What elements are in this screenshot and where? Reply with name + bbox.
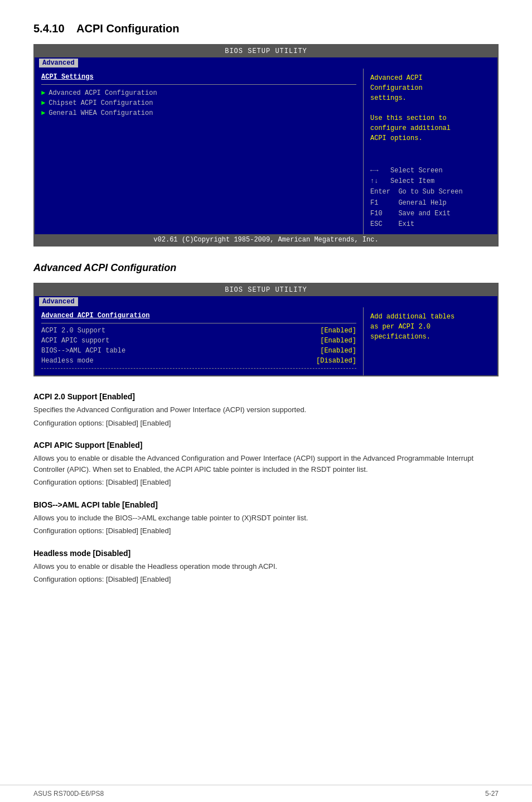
bios-left-panel-1: ACPI Settings ► Advanced ACPI Configurat… — [35, 69, 364, 234]
text-aml-p2: Configuration options: [Disabled] [Enabl… — [33, 525, 499, 537]
arrow-icon-1: ► — [41, 89, 45, 97]
content-acpi20: ACPI 2.0 Support [Enabled] Specifies the… — [33, 392, 499, 428]
menu-item-advanced-acpi[interactable]: ► Advanced ACPI Configuration — [41, 88, 356, 98]
bios-header-2: BIOS SETUP UTILITY — [35, 284, 497, 296]
bios-tab-advanced-2[interactable]: Advanced — [39, 297, 78, 306]
content-apic: ACPI APIC Support [Enabled] Allows you t… — [33, 441, 499, 488]
content-aml: BIOS-->AML ACPI table [Enabled] Allows y… — [33, 500, 499, 537]
text-apic-p1: Allows you to enable or disable the Adva… — [33, 453, 499, 475]
text-acpi20-p1: Specifies the Advanced Configuration and… — [33, 404, 499, 416]
bios-body-2: Advanced ACPI Configuration ACPI 2.0 Sup… — [35, 307, 497, 375]
bios-footer-1: v02.61 (C)Copyright 1985-2009, American … — [35, 234, 497, 245]
bios-header-1: BIOS SETUP UTILITY — [35, 45, 497, 57]
menu-item-chipset-acpi[interactable]: ► Chipset ACPI Configuration — [41, 98, 356, 108]
heading-headless: Headless mode [Disabled] — [33, 549, 499, 558]
bios-body-1: ACPI Settings ► Advanced ACPI Configurat… — [35, 69, 497, 234]
text-headless-p1: Allows you to enable or disable the Head… — [33, 561, 499, 572]
bios-tab-bar-1: Advanced — [35, 57, 497, 69]
footer-left: ASUS RS700D-E6/PS8 — [33, 790, 104, 798]
bios-right-panel-1: Advanced ACPI Configuration settings. Us… — [364, 69, 497, 234]
text-aml-p1: Allows you to include the BIOS-->AML exc… — [33, 513, 499, 524]
page-footer: ASUS RS700D-E6/PS8 5-27 — [0, 785, 532, 802]
bios-keybinds-1: ←→ Select Screen ↑↓ Select Item Enter Go… — [370, 166, 491, 230]
content-headless: Headless mode [Disabled] Allows you to e… — [33, 549, 499, 585]
bios-screen-1: BIOS SETUP UTILITY Advanced ACPI Setting… — [33, 44, 499, 247]
bios-screen-2: BIOS SETUP UTILITY Advanced Advanced ACP… — [33, 283, 499, 376]
config-row-aml[interactable]: BIOS-->AML ACPI table [Enabled] — [41, 346, 356, 356]
bios-right-text-2: Add additional tables as per ACPI 2.0 sp… — [370, 312, 491, 342]
adv-acpi-config-label: Advanced ACPI Configuration — [41, 312, 356, 320]
bios-tab-bar-2: Advanced — [35, 296, 497, 307]
text-apic-p2: Configuration options: [Disabled] [Enabl… — [33, 477, 499, 488]
config-row-headless[interactable]: Headless mode [Disabled] — [41, 356, 356, 366]
config-row-apic[interactable]: ACPI APIC support [Enabled] — [41, 336, 356, 346]
heading-apic: ACPI APIC Support [Enabled] — [33, 441, 499, 450]
bios-left-panel-2: Advanced ACPI Configuration ACPI 2.0 Sup… — [35, 307, 364, 375]
heading-acpi20: ACPI 2.0 Support [Enabled] — [33, 392, 499, 401]
text-acpi20-p2: Configuration options: [Disabled] [Enabl… — [33, 418, 499, 429]
text-headless-p2: Configuration options: [Disabled] [Enabl… — [33, 574, 499, 585]
config-row-acpi20[interactable]: ACPI 2.0 Support [Enabled] — [41, 326, 356, 336]
bios-right-panel-2: Add additional tables as per ACPI 2.0 sp… — [364, 307, 497, 375]
footer-right: 5-27 — [485, 790, 499, 798]
arrow-icon-2: ► — [41, 99, 45, 107]
dashed-divider — [41, 368, 356, 369]
acpi-settings-label: ACPI Settings — [41, 73, 356, 81]
heading-aml: BIOS-->AML ACPI table [Enabled] — [33, 500, 499, 509]
bios-tab-advanced-1[interactable]: Advanced — [39, 59, 78, 67]
menu-item-general-whea[interactable]: ► General WHEA Configuration — [41, 108, 356, 118]
arrow-icon-3: ► — [41, 109, 45, 117]
sub-section-title: Advanced ACPI Configuration — [33, 262, 499, 274]
section-title: 5.4.10 ACPI Configuration — [33, 22, 499, 35]
bios-right-text-1: Advanced ACPI Configuration settings. Us… — [370, 73, 491, 143]
